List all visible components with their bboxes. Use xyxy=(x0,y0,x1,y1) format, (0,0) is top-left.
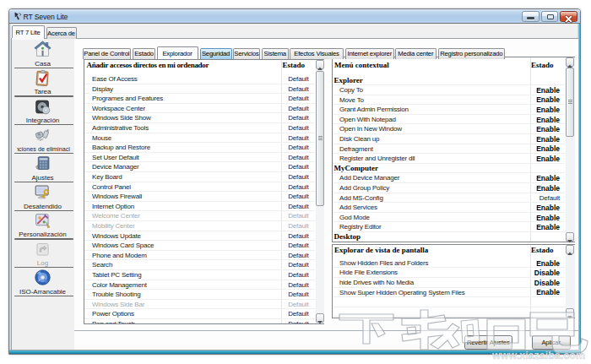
svg-text:www.xiazaiba.com: www.xiazaiba.com xyxy=(491,350,585,361)
